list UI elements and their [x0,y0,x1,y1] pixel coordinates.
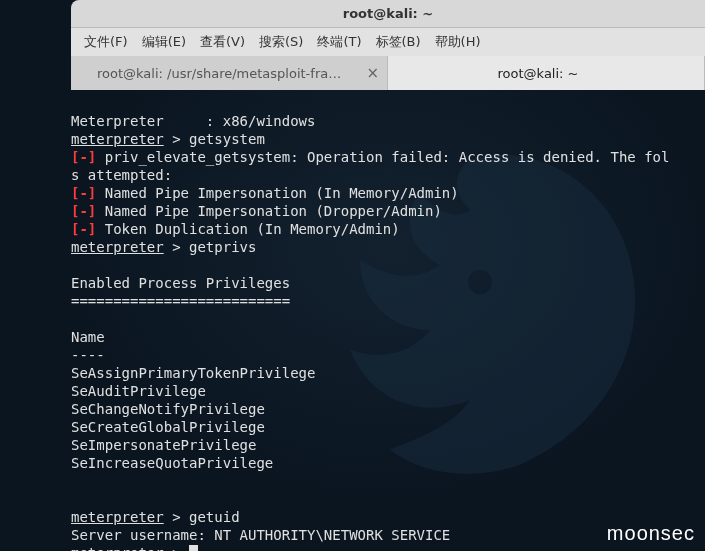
privilege: SeIncreaseQuotaPrivilege [71,455,273,471]
privilege: SeChangeNotifyPrivilege [71,401,265,417]
privilege: SeAssignPrimaryTokenPrivilege [71,365,315,381]
cmd-getprivs: getprivs [189,239,256,255]
prompt-sep: > [164,239,189,255]
line: Named Pipe Impersonation (In Memory/Admi… [96,185,458,201]
err-tag: [-] [71,203,96,219]
menu-view[interactable]: 查看(V) [193,29,252,55]
terminal-output[interactable]: Meterpreter : x86/windows meterpreter > … [71,90,705,551]
line: s attempted: [71,167,172,183]
prompt-sep: > [164,131,189,147]
cmd-getuid: getuid [189,509,240,525]
prompt-sep: > [164,509,189,525]
menu-help[interactable]: 帮助(H) [428,29,488,55]
getuid-output: Server username: NT AUTHORITY\NETWORK SE… [71,527,450,543]
menu-tabs[interactable]: 标签(B) [369,29,428,55]
menu-search[interactable]: 搜索(S) [252,29,310,55]
tab-label: root@kali: ~ [490,66,603,81]
menu-file[interactable]: 文件(F) [77,29,135,55]
line: priv_elevate_getsystem: Operation failed… [96,149,669,165]
line: Meterpreter : x86/windows [71,113,315,129]
line: Token Duplication (In Memory/Admin) [96,221,399,237]
privilege: SeImpersonatePrivilege [71,437,256,453]
menubar: 文件(F) 编辑(E) 查看(V) 搜索(S) 终端(T) 标签(B) 帮助(H… [71,28,705,56]
col-underline: ---- [71,347,105,363]
tab-metasploit[interactable]: root@kali: /usr/share/metasploit-frame… … [71,56,388,90]
privilege: SeAuditPrivilege [71,383,206,399]
err-tag: [-] [71,149,96,165]
meterpreter-prompt: meterpreter [71,545,164,551]
err-tag: [-] [71,185,96,201]
col-name: Name [71,329,105,345]
watermark: moonsec [607,522,695,545]
close-icon[interactable]: × [366,64,379,82]
privs-header: Enabled Process Privileges [71,275,290,291]
window-title: root@kali: ~ [343,6,433,21]
err-tag: [-] [71,221,96,237]
meterpreter-prompt: meterpreter [71,239,164,255]
menu-terminal[interactable]: 终端(T) [310,29,368,55]
menu-edit[interactable]: 编辑(E) [135,29,193,55]
window-titlebar[interactable]: root@kali: ~ [71,0,705,28]
tabbar: root@kali: /usr/share/metasploit-frame… … [71,56,705,90]
meterpreter-prompt: meterpreter [71,509,164,525]
cmd-getsystem: getsystem [189,131,265,147]
meterpreter-prompt: meterpreter [71,131,164,147]
tab-root-home[interactable]: root@kali: ~ [388,56,705,90]
prompt-sep: > [164,545,189,551]
terminal-cursor[interactable] [189,545,198,551]
tab-label: root@kali: /usr/share/metasploit-frame… [89,66,369,81]
line: Named Pipe Impersonation (Dropper/Admin) [96,203,442,219]
privilege: SeCreateGlobalPrivilege [71,419,265,435]
privs-underline: ========================== [71,293,290,309]
